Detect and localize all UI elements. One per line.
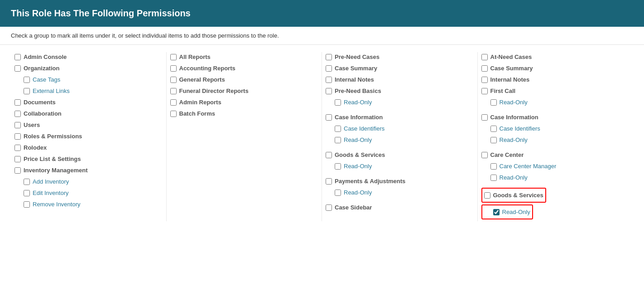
checkbox-price-list-settings[interactable] bbox=[14, 156, 21, 162]
label-case-information-preneed-readonly: Read-Only bbox=[344, 136, 372, 143]
label-goods-services-preneed: Goods & Services bbox=[335, 151, 385, 158]
checkbox-edit-inventory[interactable] bbox=[24, 190, 30, 196]
perm-item-pre-need-cases[interactable]: Pre-Need Cases bbox=[326, 52, 474, 62]
checkbox-admin-console[interactable] bbox=[14, 54, 21, 60]
checkbox-all-reports[interactable] bbox=[170, 54, 177, 60]
checkbox-case-identifiers-preneed[interactable] bbox=[335, 126, 341, 132]
perm-item-care-center[interactable]: Care Center bbox=[481, 150, 630, 160]
checkbox-care-center-manager[interactable] bbox=[490, 163, 497, 170]
perm-item-goods-services-atneed[interactable]: Goods & Services bbox=[484, 190, 543, 200]
checkbox-payments-preneed-readonly[interactable] bbox=[335, 190, 341, 196]
perm-item-case-information-preneed-readonly[interactable]: Read-Only bbox=[326, 135, 474, 145]
label-internal-notes-atneed: Internal Notes bbox=[490, 76, 530, 83]
perm-item-goods-services-atneed-readonly[interactable]: Read-Only bbox=[484, 207, 530, 217]
checkbox-rolodex[interactable] bbox=[14, 145, 21, 151]
checkbox-goods-services-preneed-readonly[interactable] bbox=[335, 163, 341, 170]
perm-item-all-reports[interactable]: All Reports bbox=[170, 52, 318, 62]
label-case-information-atneed-readonly: Read-Only bbox=[500, 136, 528, 143]
perm-item-goods-services-preneed[interactable]: Goods & Services bbox=[326, 150, 474, 160]
checkbox-pre-need-cases[interactable] bbox=[326, 54, 332, 60]
perm-item-internal-notes-atneed[interactable]: Internal Notes bbox=[481, 75, 630, 84]
checkbox-payments-adjustments-preneed[interactable] bbox=[326, 178, 332, 185]
perm-item-internal-notes-preneed[interactable]: Internal Notes bbox=[326, 75, 474, 84]
checkbox-accounting-reports[interactable] bbox=[170, 65, 177, 72]
label-payments-preneed-readonly: Read-Only bbox=[344, 189, 372, 196]
perm-item-case-information-preneed[interactable]: Case Information bbox=[326, 112, 474, 122]
perm-item-remove-inventory[interactable]: Remove Inventory bbox=[14, 199, 163, 209]
label-internal-notes-preneed: Internal Notes bbox=[335, 76, 374, 83]
checkbox-batch-forms[interactable] bbox=[170, 111, 177, 117]
checkbox-pre-need-basics[interactable] bbox=[326, 88, 332, 94]
perm-item-case-identifiers-preneed[interactable]: Case Identifiers bbox=[326, 124, 474, 133]
perm-item-case-information-atneed-readonly[interactable]: Read-Only bbox=[481, 135, 630, 145]
perm-item-case-information-atneed[interactable]: Case Information bbox=[481, 112, 630, 122]
checkbox-funeral-director-reports[interactable] bbox=[170, 88, 177, 94]
perm-item-care-center-manager[interactable]: Care Center Manager bbox=[481, 161, 630, 171]
perm-item-payments-preneed-readonly[interactable]: Read-Only bbox=[326, 188, 474, 197]
checkbox-case-information-preneed-readonly[interactable] bbox=[335, 137, 341, 143]
checkbox-documents[interactable] bbox=[14, 99, 21, 106]
checkbox-case-information-preneed[interactable] bbox=[326, 114, 332, 121]
checkbox-users[interactable] bbox=[14, 122, 21, 128]
perm-item-add-inventory[interactable]: Add Inventory bbox=[14, 177, 163, 186]
checkbox-internal-notes-atneed[interactable] bbox=[481, 77, 488, 83]
checkbox-first-call-readonly[interactable] bbox=[490, 99, 497, 106]
perm-item-case-summary-preneed[interactable]: Case Summary bbox=[326, 63, 474, 73]
perm-item-inventory-management[interactable]: Inventory Management bbox=[14, 165, 163, 175]
perm-item-accounting-reports[interactable]: Accounting Reports bbox=[170, 63, 318, 73]
perm-item-first-call[interactable]: First Call bbox=[481, 86, 630, 96]
checkbox-roles-permissions[interactable] bbox=[14, 133, 21, 140]
perm-item-admin-reports[interactable]: Admin Reports bbox=[170, 97, 318, 107]
perm-item-case-summary-atneed[interactable]: Case Summary bbox=[481, 63, 630, 73]
label-roles-permissions: Roles & Permissions bbox=[24, 133, 82, 140]
checkbox-case-sidebar-preneed[interactable] bbox=[326, 204, 332, 211]
checkbox-first-call[interactable] bbox=[481, 88, 488, 94]
perm-item-pre-need-basics-readonly[interactable]: Read-Only bbox=[326, 97, 474, 107]
checkbox-organization[interactable] bbox=[14, 65, 21, 72]
perm-item-roles-permissions[interactable]: Roles & Permissions bbox=[14, 131, 163, 141]
perm-item-payments-adjustments-preneed[interactable]: Payments & Adjustments bbox=[326, 176, 474, 186]
checkbox-case-information-atneed-readonly[interactable] bbox=[490, 137, 497, 143]
perm-item-organization[interactable]: Organization bbox=[14, 63, 163, 73]
checkbox-case-information-atneed[interactable] bbox=[481, 114, 488, 121]
perm-item-edit-inventory[interactable]: Edit Inventory bbox=[14, 188, 163, 198]
perm-item-funeral-director-reports[interactable]: Funeral Director Reports bbox=[170, 86, 318, 96]
perm-item-collaboration[interactable]: Collaboration bbox=[14, 109, 163, 118]
checkbox-care-center[interactable] bbox=[481, 152, 488, 158]
checkbox-goods-services-atneed[interactable] bbox=[484, 192, 490, 199]
subheader-text: Check a group to mark all items under it… bbox=[11, 32, 279, 39]
perm-item-case-tags[interactable]: Case Tags bbox=[14, 75, 163, 84]
checkbox-at-need-cases[interactable] bbox=[481, 54, 488, 60]
perm-item-goods-services-preneed-readonly[interactable]: Read-Only bbox=[326, 161, 474, 171]
perm-item-care-center-readonly[interactable]: Read-Only bbox=[481, 173, 630, 182]
checkbox-goods-services-preneed[interactable] bbox=[326, 152, 332, 158]
checkbox-pre-need-basics-readonly[interactable] bbox=[335, 99, 341, 106]
checkbox-case-summary-preneed[interactable] bbox=[326, 65, 332, 72]
perm-item-pre-need-basics[interactable]: Pre-Need Basics bbox=[326, 86, 474, 96]
perm-item-case-identifiers-atneed[interactable]: Case Identifiers bbox=[481, 124, 630, 133]
checkbox-case-identifiers-atneed[interactable] bbox=[490, 126, 497, 132]
checkbox-external-links[interactable] bbox=[24, 88, 30, 94]
perm-item-batch-forms[interactable]: Batch Forms bbox=[170, 109, 318, 118]
perm-item-external-links[interactable]: External Links bbox=[14, 86, 163, 96]
checkbox-goods-services-atneed-readonly[interactable] bbox=[493, 209, 500, 215]
checkbox-collaboration[interactable] bbox=[14, 111, 21, 117]
checkbox-general-reports[interactable] bbox=[170, 77, 177, 83]
checkbox-case-summary-atneed[interactable] bbox=[481, 65, 488, 72]
perm-item-users[interactable]: Users bbox=[14, 120, 163, 130]
checkbox-care-center-readonly[interactable] bbox=[490, 175, 497, 181]
checkbox-remove-inventory[interactable] bbox=[24, 201, 30, 208]
checkbox-internal-notes-preneed[interactable] bbox=[326, 77, 332, 83]
checkbox-admin-reports[interactable] bbox=[170, 99, 177, 106]
perm-item-first-call-readonly[interactable]: Read-Only bbox=[481, 97, 630, 107]
perm-item-case-sidebar-preneed[interactable]: Case Sidebar bbox=[326, 203, 474, 212]
perm-item-general-reports[interactable]: General Reports bbox=[170, 75, 318, 84]
perm-item-admin-console[interactable]: Admin Console bbox=[14, 52, 163, 62]
checkbox-inventory-management[interactable] bbox=[14, 167, 21, 174]
checkbox-add-inventory[interactable] bbox=[24, 179, 30, 185]
perm-item-price-list-settings[interactable]: Price List & Settings bbox=[14, 154, 163, 164]
perm-item-documents[interactable]: Documents bbox=[14, 97, 163, 107]
perm-item-rolodex[interactable]: Rolodex bbox=[14, 143, 163, 152]
perm-item-at-need-cases[interactable]: At-Need Cases bbox=[481, 52, 630, 62]
checkbox-case-tags[interactable] bbox=[24, 77, 30, 83]
